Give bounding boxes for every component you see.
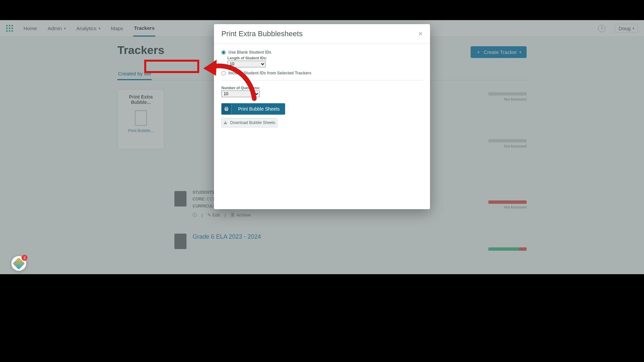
app-root: Home Admin▾ Analytics▾ Maps Trackers ? D… (0, 20, 644, 274)
svg-rect-3 (224, 123, 227, 124)
modal-title: Print Extra Bubblesheets (221, 29, 303, 38)
download-bubble-sheets-button[interactable]: Download Bubble Sheets (221, 118, 277, 127)
length-of-ids-select[interactable]: 10 (227, 61, 266, 67)
chat-widget[interactable]: 3 (11, 256, 26, 271)
print-bubble-sheets-button[interactable]: Print Bubble Sheets (221, 103, 285, 115)
download-icon (223, 120, 227, 125)
num-questions-label: Number of Questions: (221, 86, 423, 90)
length-label: Length of Student IDs: (227, 56, 423, 60)
print-extra-bubblesheets-modal: Print Extra Bubblesheets × Use Blank Stu… (214, 24, 430, 209)
radio-include-ids-input[interactable] (221, 71, 226, 75)
radio-use-blank-ids[interactable]: Use Blank Student IDs (221, 50, 423, 55)
length-of-ids-field: Length of Student IDs: 10 (227, 56, 423, 67)
radio-include-ids[interactable]: Include Student IDs from Selected Tracke… (221, 71, 423, 75)
close-icon[interactable]: × (418, 30, 423, 38)
num-questions-select[interactable]: 10 (221, 90, 260, 97)
print-icon (221, 103, 231, 115)
radio-use-blank-ids-input[interactable] (221, 50, 226, 55)
chat-badge: 3 (21, 255, 28, 261)
